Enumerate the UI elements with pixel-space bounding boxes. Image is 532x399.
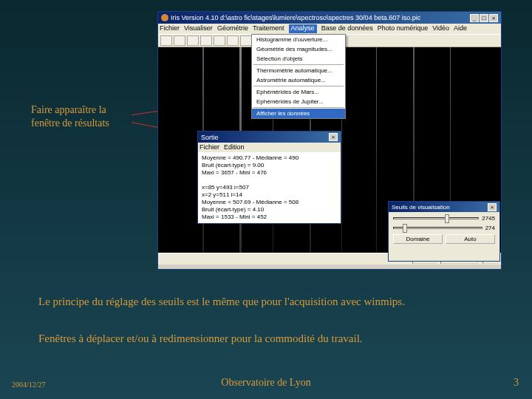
- slider-value-high: 2745: [482, 215, 495, 222]
- slider-high[interactable]: [393, 217, 479, 219]
- toolbar-button[interactable]: [240, 35, 252, 46]
- menu-item[interactable]: Base de données: [321, 24, 373, 33]
- maximize-button[interactable]: □: [480, 14, 488, 22]
- seuils-title: Seuils de visualisation: [392, 204, 450, 211]
- window-controls: ×: [488, 203, 497, 211]
- toolbar-button[interactable]: [160, 35, 172, 46]
- menu-item[interactable]: Traitement: [253, 24, 284, 33]
- footer-center: Observatoire de Lyon: [0, 377, 532, 389]
- toolbar-button[interactable]: [227, 35, 239, 46]
- sortie-body: Moyenne = 490.77 - Médianne = 490 Bruit …: [198, 152, 341, 223]
- menu-item[interactable]: Aide: [454, 24, 467, 33]
- footer-page: 3: [514, 377, 519, 389]
- slider-low[interactable]: [393, 227, 482, 229]
- dropdown-item[interactable]: Histogramme d'ouverture...: [252, 35, 345, 44]
- menu-item-analyse[interactable]: Analyse: [289, 24, 317, 33]
- menu-item[interactable]: Fichier: [200, 143, 219, 151]
- dropdown-item[interactable]: Astrométrie automatique...: [252, 75, 345, 85]
- window-controls: ×: [329, 133, 338, 141]
- dropdown-item[interactable]: Ephémérides de Jupiter...: [252, 97, 345, 106]
- sortie-title: Sortie: [201, 134, 219, 141]
- dropdown-item-afficher[interactable]: Afficher les données: [252, 109, 345, 118]
- menu-item[interactable]: Géométrie: [217, 24, 248, 33]
- close-button[interactable]: ×: [489, 14, 498, 22]
- sortie-menubar: Fichier Edition: [198, 143, 341, 152]
- dropdown-separator: [253, 64, 344, 65]
- dropdown-item[interactable]: Ephémérides de Mars...: [252, 87, 345, 97]
- dropdown-item[interactable]: Thermométrie automatique...: [252, 66, 345, 75]
- dropdown-item[interactable]: Sélection d'objets: [252, 54, 345, 64]
- spectrum-line: [376, 47, 377, 253]
- menu-item[interactable]: Fichier: [160, 24, 180, 33]
- analyse-dropdown: Histogramme d'ouverture... Géométrie des…: [251, 34, 346, 119]
- toolbar-button[interactable]: [187, 35, 199, 46]
- iris-title: Iris Version 4.10 d:\astro fic\stages\lu…: [171, 14, 420, 21]
- sortie-window[interactable]: Sortie × Fichier Edition Moyenne = 490.7…: [197, 131, 341, 224]
- dropdown-separator: [253, 107, 344, 108]
- close-button[interactable]: ×: [488, 203, 497, 211]
- menu-item[interactable]: Visualiser: [184, 24, 213, 33]
- window-controls: _ □ ×: [470, 14, 498, 22]
- callout-text: Faire apparaître la fenêtre de résultats: [31, 103, 134, 130]
- iris-menubar: Fichier Visualiser Géométrie Traitement …: [158, 24, 501, 34]
- iris-titlebar: Iris Version 4.10 d:\astro fic\stages\lu…: [158, 12, 501, 24]
- dropdown-item[interactable]: Géométrie des magnitudes...: [252, 44, 345, 54]
- slider-value-low: 274: [485, 225, 495, 231]
- auto-button[interactable]: Auto: [446, 234, 495, 244]
- toolbar-button[interactable]: [214, 35, 225, 46]
- toolbar-button[interactable]: [174, 35, 185, 46]
- seuils-titlebar: Seuils de visualisation ×: [389, 202, 499, 212]
- menu-item[interactable]: Photo numérique: [378, 24, 429, 33]
- domaine-button[interactable]: Domaine: [393, 234, 443, 244]
- menu-item[interactable]: Edition: [224, 143, 245, 151]
- menu-item[interactable]: Vidéo: [432, 24, 449, 33]
- slide-text-1: Le principe du réglage des seuils est le…: [38, 296, 497, 308]
- toolbar-button[interactable]: [200, 35, 212, 46]
- sortie-titlebar: Sortie ×: [198, 132, 341, 143]
- close-button[interactable]: ×: [329, 133, 338, 141]
- dropdown-separator: [253, 86, 344, 86]
- iris-icon: [161, 14, 168, 21]
- minimize-button[interactable]: _: [470, 14, 479, 22]
- slide-text-2: Fenêtres à déplacer et/ou à redimensionn…: [38, 332, 497, 345]
- seuils-window[interactable]: Seuils de visualisation × 2745 274 Domai…: [388, 201, 500, 262]
